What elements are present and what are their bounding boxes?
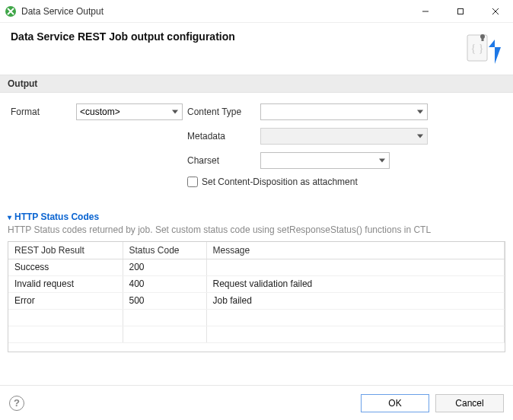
svg-rect-2 <box>458 8 464 14</box>
maximize-button[interactable] <box>443 0 478 23</box>
ok-button[interactable]: OK <box>361 394 429 412</box>
content-disposition-label: Set Content-Disposition as attachment <box>202 177 358 187</box>
svg-text:{ }: { } <box>471 43 484 54</box>
output-upload-icon: { } <box>466 30 502 67</box>
dialog-header: Data Service REST Job output configurati… <box>0 23 513 75</box>
status-codes-table-wrap: REST Job Result Status Code Message Succ… <box>8 241 505 352</box>
cell-code: 500 <box>123 292 206 309</box>
http-status-codes-expander[interactable]: ▾ HTTP Status Codes <box>8 212 505 222</box>
table-row[interactable]: Invalid request 400 Request validation f… <box>8 275 505 292</box>
metadata-label: Metadata <box>187 131 256 142</box>
svg-rect-8 <box>482 37 484 41</box>
help-icon[interactable]: ? <box>9 396 24 411</box>
chevron-down-icon: ▾ <box>8 213 11 221</box>
table-row-empty[interactable] <box>8 309 505 326</box>
content-disposition-checkbox[interactable] <box>187 177 198 187</box>
http-status-codes-label: HTTP Status Codes <box>14 212 99 222</box>
titlebar: Data Service Output <box>0 0 513 23</box>
cell-message: Job failed <box>206 292 505 309</box>
status-codes-table: REST Job Result Status Code Message Succ… <box>8 242 505 343</box>
dialog-heading: Data Service REST Job output configurati… <box>11 30 466 43</box>
cancel-button[interactable]: Cancel <box>435 394 504 412</box>
table-header-row: REST Job Result Status Code Message <box>8 242 505 259</box>
window-title: Data Service Output <box>21 6 408 17</box>
col-result[interactable]: REST Job Result <box>8 242 123 259</box>
cell-result: Success <box>8 259 123 275</box>
app-icon <box>5 5 17 18</box>
cell-message <box>206 259 505 275</box>
cell-message: Request validation failed <box>206 275 505 292</box>
dialog-footer: ? OK Cancel <box>0 385 513 420</box>
cell-result: Invalid request <box>8 275 123 292</box>
format-label: Format <box>11 107 72 117</box>
metadata-select <box>260 128 428 145</box>
http-status-codes-hint: HTTP Status codes returned by job. Set c… <box>8 224 505 235</box>
charset-select[interactable] <box>260 152 390 169</box>
col-code[interactable]: Status Code <box>123 242 206 259</box>
content-type-label: Content Type <box>187 107 256 117</box>
minimize-button[interactable] <box>408 0 443 23</box>
col-message[interactable]: Message <box>206 242 505 259</box>
cell-result: Error <box>8 292 123 309</box>
format-select[interactable]: <custom> <box>76 103 183 120</box>
table-row[interactable]: Error 500 Job failed <box>8 292 505 309</box>
output-form: Format <custom> Content Type Metadata Ch… <box>0 93 513 190</box>
content-type-select[interactable] <box>260 103 428 120</box>
charset-label: Charset <box>187 155 256 166</box>
table-row[interactable]: Success 200 <box>8 259 505 275</box>
section-output-label: Output <box>0 75 513 93</box>
cell-code: 400 <box>123 275 206 292</box>
table-row-empty[interactable] <box>8 326 505 342</box>
close-button[interactable] <box>478 0 513 23</box>
cell-code: 200 <box>123 259 206 275</box>
